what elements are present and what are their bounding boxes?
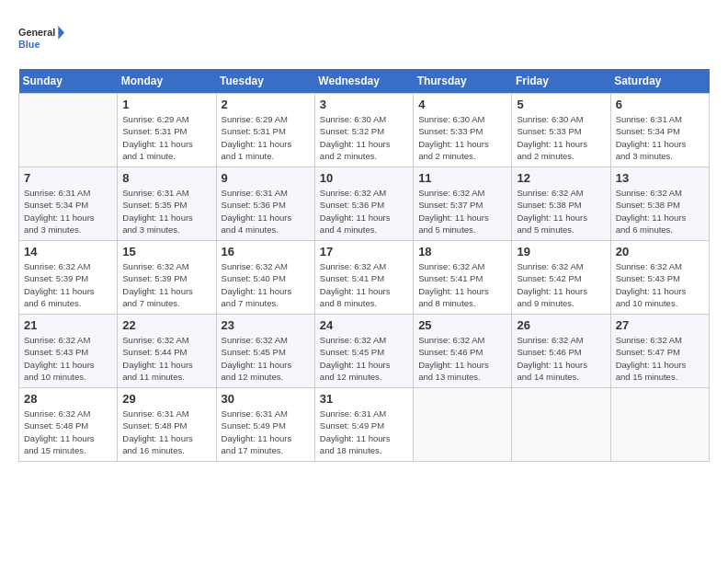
day-info: Sunrise: 6:30 AMSunset: 5:33 PMDaylight:…: [517, 113, 605, 162]
calendar-cell: 2Sunrise: 6:29 AMSunset: 5:31 PMDaylight…: [216, 94, 314, 167]
calendar-cell: 12Sunrise: 6:32 AMSunset: 5:38 PMDayligh…: [512, 167, 610, 241]
calendar-cell: 21Sunrise: 6:32 AMSunset: 5:43 PMDayligh…: [19, 315, 118, 388]
day-number: 19: [517, 245, 605, 259]
day-number: 2: [222, 98, 310, 111]
calendar-cell: 3Sunrise: 6:30 AMSunset: 5:32 PMDaylight…: [314, 94, 413, 167]
day-number: 5: [517, 98, 605, 111]
day-number: 3: [320, 98, 408, 111]
calendar-cell: 31Sunrise: 6:31 AMSunset: 5:49 PMDayligh…: [314, 388, 413, 462]
calendar-cell: 7Sunrise: 6:31 AMSunset: 5:34 PMDaylight…: [19, 167, 118, 241]
week-row-4: 21Sunrise: 6:32 AMSunset: 5:43 PMDayligh…: [19, 315, 710, 388]
day-info: Sunrise: 6:30 AMSunset: 5:33 PMDaylight:…: [418, 113, 506, 162]
calendar-cell: 16Sunrise: 6:32 AMSunset: 5:40 PMDayligh…: [216, 241, 314, 315]
day-number: 6: [616, 98, 704, 111]
day-info: Sunrise: 6:31 AMSunset: 5:49 PMDaylight:…: [222, 408, 310, 456]
day-info: Sunrise: 6:32 AMSunset: 5:36 PMDaylight:…: [320, 187, 408, 236]
day-number: 17: [320, 245, 408, 259]
day-info: Sunrise: 6:29 AMSunset: 5:31 PMDaylight:…: [122, 113, 210, 162]
day-info: Sunrise: 6:32 AMSunset: 5:43 PMDaylight:…: [24, 334, 112, 383]
day-number: 13: [616, 171, 704, 185]
day-number: 28: [24, 392, 112, 406]
calendar-cell: 4Sunrise: 6:30 AMSunset: 5:33 PMDaylight…: [414, 94, 512, 167]
day-number: 23: [222, 318, 310, 332]
calendar-cell: 22Sunrise: 6:32 AMSunset: 5:44 PMDayligh…: [118, 315, 216, 388]
calendar-cell: 15Sunrise: 6:32 AMSunset: 5:39 PMDayligh…: [118, 241, 216, 315]
calendar-cell: 20Sunrise: 6:32 AMSunset: 5:43 PMDayligh…: [610, 241, 709, 315]
day-number: 31: [320, 392, 408, 406]
svg-text:General: General: [18, 27, 55, 38]
calendar-cell: [512, 388, 610, 462]
day-info: Sunrise: 6:31 AMSunset: 5:35 PMDaylight:…: [122, 187, 210, 236]
calendar-cell: 24Sunrise: 6:32 AMSunset: 5:45 PMDayligh…: [314, 315, 413, 388]
day-info: Sunrise: 6:32 AMSunset: 5:40 PMDaylight:…: [222, 260, 310, 309]
day-info: Sunrise: 6:31 AMSunset: 5:49 PMDaylight:…: [320, 408, 408, 456]
day-number: 16: [222, 245, 310, 259]
day-info: Sunrise: 6:32 AMSunset: 5:41 PMDaylight:…: [320, 260, 408, 309]
page-header: General Blue: [18, 18, 710, 60]
day-info: Sunrise: 6:32 AMSunset: 5:39 PMDaylight:…: [24, 260, 112, 309]
calendar-cell: 5Sunrise: 6:30 AMSunset: 5:33 PMDaylight…: [512, 94, 610, 167]
day-info: Sunrise: 6:32 AMSunset: 5:46 PMDaylight:…: [418, 334, 506, 383]
day-number: 30: [222, 392, 310, 406]
calendar-cell: 27Sunrise: 6:32 AMSunset: 5:47 PMDayligh…: [610, 315, 709, 388]
day-info: Sunrise: 6:32 AMSunset: 5:42 PMDaylight:…: [517, 260, 605, 309]
day-info: Sunrise: 6:32 AMSunset: 5:43 PMDaylight:…: [616, 260, 704, 309]
day-info: Sunrise: 6:32 AMSunset: 5:41 PMDaylight:…: [418, 260, 506, 309]
day-info: Sunrise: 6:31 AMSunset: 5:34 PMDaylight:…: [616, 113, 704, 162]
calendar-cell: [610, 388, 709, 462]
calendar-cell: 1Sunrise: 6:29 AMSunset: 5:31 PMDaylight…: [118, 94, 216, 167]
calendar-cell: 18Sunrise: 6:32 AMSunset: 5:41 PMDayligh…: [414, 241, 512, 315]
calendar-cell: 26Sunrise: 6:32 AMSunset: 5:46 PMDayligh…: [512, 315, 610, 388]
day-number: 7: [24, 171, 112, 185]
svg-marker-2: [58, 26, 64, 40]
day-info: Sunrise: 6:32 AMSunset: 5:37 PMDaylight:…: [418, 187, 506, 236]
header-tuesday: Tuesday: [216, 69, 314, 94]
day-number: 12: [517, 171, 605, 185]
calendar-cell: 28Sunrise: 6:32 AMSunset: 5:48 PMDayligh…: [19, 388, 118, 462]
calendar-cell: 19Sunrise: 6:32 AMSunset: 5:42 PMDayligh…: [512, 241, 610, 315]
logo-svg: General Blue: [18, 18, 64, 60]
calendar-cell: 30Sunrise: 6:31 AMSunset: 5:49 PMDayligh…: [216, 388, 314, 462]
day-info: Sunrise: 6:32 AMSunset: 5:38 PMDaylight:…: [616, 187, 704, 236]
calendar-cell: 6Sunrise: 6:31 AMSunset: 5:34 PMDaylight…: [610, 94, 709, 167]
header-wednesday: Wednesday: [314, 69, 413, 94]
day-number: 14: [24, 245, 112, 259]
day-info: Sunrise: 6:32 AMSunset: 5:44 PMDaylight:…: [122, 334, 210, 383]
calendar-header-row: SundayMondayTuesdayWednesdayThursdayFrid…: [19, 69, 710, 94]
day-info: Sunrise: 6:30 AMSunset: 5:32 PMDaylight:…: [320, 113, 408, 162]
day-number: 9: [222, 171, 310, 185]
day-number: 10: [320, 171, 408, 185]
calendar-cell: 13Sunrise: 6:32 AMSunset: 5:38 PMDayligh…: [610, 167, 709, 241]
week-row-3: 14Sunrise: 6:32 AMSunset: 5:39 PMDayligh…: [19, 241, 710, 315]
day-info: Sunrise: 6:32 AMSunset: 5:46 PMDaylight:…: [517, 334, 605, 383]
day-info: Sunrise: 6:32 AMSunset: 5:45 PMDaylight:…: [320, 334, 408, 383]
svg-text:Blue: Blue: [18, 39, 40, 50]
day-info: Sunrise: 6:31 AMSunset: 5:34 PMDaylight:…: [24, 187, 112, 236]
day-number: 24: [320, 318, 408, 332]
header-friday: Friday: [512, 69, 610, 94]
week-row-2: 7Sunrise: 6:31 AMSunset: 5:34 PMDaylight…: [19, 167, 710, 241]
day-info: Sunrise: 6:32 AMSunset: 5:48 PMDaylight:…: [24, 408, 112, 456]
calendar-cell: 23Sunrise: 6:32 AMSunset: 5:45 PMDayligh…: [216, 315, 314, 388]
day-info: Sunrise: 6:31 AMSunset: 5:48 PMDaylight:…: [122, 408, 210, 456]
calendar-cell: [414, 388, 512, 462]
calendar-cell: 14Sunrise: 6:32 AMSunset: 5:39 PMDayligh…: [19, 241, 118, 315]
day-number: 8: [122, 171, 210, 185]
calendar-cell: 9Sunrise: 6:31 AMSunset: 5:36 PMDaylight…: [216, 167, 314, 241]
header-monday: Monday: [118, 69, 216, 94]
logo: General Blue: [18, 18, 64, 60]
day-number: 18: [418, 245, 506, 259]
calendar-table: SundayMondayTuesdayWednesdayThursdayFrid…: [18, 69, 710, 462]
day-number: 21: [24, 318, 112, 332]
calendar-cell: 10Sunrise: 6:32 AMSunset: 5:36 PMDayligh…: [314, 167, 413, 241]
calendar-cell: 25Sunrise: 6:32 AMSunset: 5:46 PMDayligh…: [414, 315, 512, 388]
day-info: Sunrise: 6:32 AMSunset: 5:45 PMDaylight:…: [222, 334, 310, 383]
calendar-cell: 8Sunrise: 6:31 AMSunset: 5:35 PMDaylight…: [118, 167, 216, 241]
day-number: 25: [418, 318, 506, 332]
day-info: Sunrise: 6:32 AMSunset: 5:38 PMDaylight:…: [517, 187, 605, 236]
calendar-cell: 29Sunrise: 6:31 AMSunset: 5:48 PMDayligh…: [118, 388, 216, 462]
day-number: 27: [616, 318, 704, 332]
calendar-cell: 11Sunrise: 6:32 AMSunset: 5:37 PMDayligh…: [414, 167, 512, 241]
day-number: 22: [122, 318, 210, 332]
day-info: Sunrise: 6:31 AMSunset: 5:36 PMDaylight:…: [222, 187, 310, 236]
